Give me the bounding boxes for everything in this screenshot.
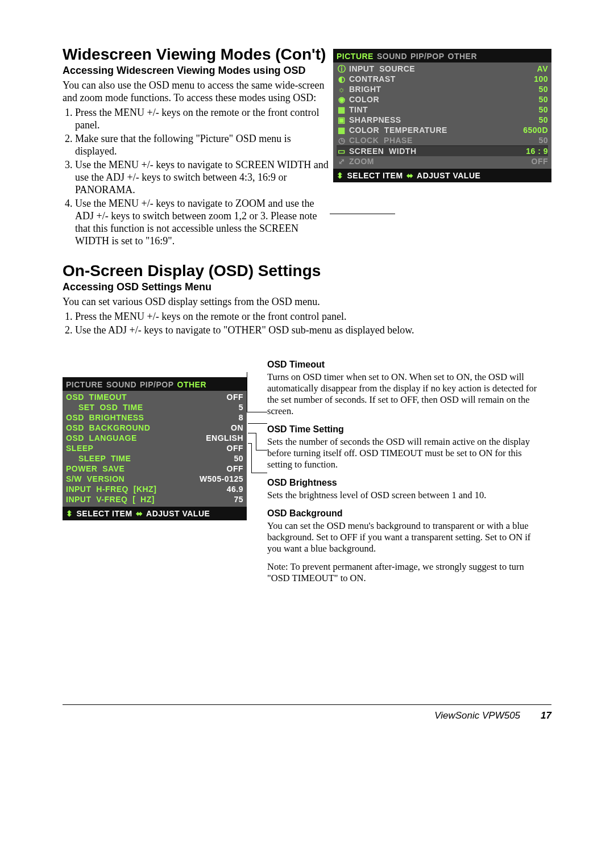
- osd-row-label: OSD LANGUAGE: [66, 433, 196, 443]
- osd-row: SLEEPOFF: [66, 443, 243, 453]
- osd-row-value: W505-0125: [196, 474, 243, 484]
- section2-steps: Press the MENU +/- keys on the remote or…: [63, 310, 551, 336]
- osd-row: ⓘINPUT SOURCEAV: [337, 64, 548, 74]
- osd-row: ▣SHARPNESS50: [337, 115, 548, 125]
- osd-row-value: 50: [500, 105, 548, 115]
- contrast-icon: ◐: [337, 74, 347, 84]
- osd-row: SET OSD TIME5: [66, 402, 243, 412]
- osd-row-value: 5: [196, 402, 243, 412]
- footer-page-number: 17: [541, 710, 551, 721]
- osd-other-panel: PICTURESOUNDPIP/POPOTHER OSD TIMEOUTOFF …: [63, 377, 247, 520]
- osd-row-label: TINT: [349, 105, 500, 115]
- osd-row: SLEEP TIME50: [66, 453, 243, 464]
- zoom-icon: ⤢: [337, 156, 347, 166]
- osd-row-value: 50: [500, 94, 548, 105]
- osd-row-label: INPUT SOURCE: [349, 64, 500, 74]
- osd-row: OSD BACKGROUNDON: [66, 423, 243, 433]
- clock-icon: ◷: [337, 135, 347, 145]
- osd-row-value: 50: [500, 84, 548, 94]
- callout-title: OSD Timeout: [267, 359, 546, 370]
- osd-row-value: 50: [500, 115, 548, 125]
- osd-row-label: SLEEP: [66, 443, 196, 453]
- osd-picture-panel: PICTURESOUNDPIP/POPOTHER ⓘINPUT SOURCEAV…: [333, 49, 551, 182]
- page-footer: ViewSonic VPW505 17: [63, 710, 551, 721]
- sharpness-icon: ▣: [337, 115, 347, 125]
- list-item: Make sure that the following "Picture" O…: [75, 132, 329, 157]
- osd-row: OSD BRIGHTNESS8: [66, 412, 243, 423]
- osd-tab: PIP/POP: [410, 52, 445, 61]
- osd-row: INPUT V-FREQ [ HZ]75: [66, 494, 243, 504]
- section2-intro: You can set various OSD display settings…: [63, 295, 551, 308]
- brightness-icon: ☼: [337, 84, 347, 94]
- left-right-arrows-icon: ⬌: [406, 170, 414, 181]
- osd-row-value: 8: [196, 412, 243, 423]
- leader-line: [248, 433, 256, 433]
- osd2-body: OSD TIMEOUTOFF SET OSD TIME5OSD BRIGHTNE…: [63, 391, 247, 507]
- osd1-select-label: SELECT ITEM: [347, 170, 403, 181]
- osd-row-value: 100: [500, 74, 548, 84]
- osd1-body: ⓘINPUT SOURCEAV◐CONTRAST100☼BRIGHT50◉COL…: [333, 62, 551, 169]
- osd-row-label: S/W VERSION: [66, 474, 196, 484]
- footer-rule: [63, 704, 551, 705]
- tint-icon: ▦: [337, 105, 347, 115]
- osd2-adjust-label: ADJUST VALUE: [146, 508, 210, 519]
- osd-tab: PICTURE: [66, 380, 103, 389]
- osd-row-label: ZOOM: [349, 156, 500, 166]
- pointer-line: [330, 214, 395, 214]
- osd1-adjust-label: ADJUST VALUE: [417, 170, 480, 181]
- osd-row-value: OFF: [196, 392, 243, 402]
- osd-row-label: INPUT H-FREQ [KHZ]: [66, 484, 196, 494]
- footer-model: ViewSonic VPW505: [434, 710, 520, 721]
- osd-row-label: CONTRAST: [349, 74, 500, 84]
- callout-body: Sets the number of seconds the OSD will …: [267, 436, 546, 470]
- osd-row: ☼BRIGHT50: [337, 84, 548, 94]
- callout-title: OSD Background: [267, 508, 546, 519]
- note-text: Note: To prevent permanent after-image, …: [267, 561, 546, 584]
- temperature-icon: ▦: [337, 125, 347, 135]
- osd1-footer: ⬍ SELECT ITEM ⬌ ADJUST VALUE: [333, 169, 551, 182]
- leader-line: [247, 412, 267, 412]
- osd-tab: OTHER: [448, 52, 478, 61]
- up-down-arrows-icon: ⬍: [337, 170, 344, 181]
- osd-row: OSD TIMEOUTOFF: [66, 392, 243, 402]
- osd-row-value: 46.9: [196, 484, 243, 494]
- osd2-footer: ⬍ SELECT ITEM ⬌ ADJUST VALUE: [63, 507, 247, 520]
- callout-body: Turns on OSD timer when set to ON. When …: [267, 372, 546, 417]
- osd-tab: SOUND: [377, 52, 407, 61]
- osd2-select-label: SELECT ITEM: [77, 508, 132, 519]
- osd-row-label: INPUT V-FREQ [ HZ]: [66, 494, 196, 504]
- info-icon: ⓘ: [337, 64, 347, 74]
- left-right-arrows-icon: ⬌: [136, 508, 143, 519]
- osd-row-value: 50: [500, 135, 548, 145]
- section1-subheading: Accessing Widescreen Viewing Modes using…: [63, 65, 329, 77]
- osd-row: S/W VERSIONW505-0125: [66, 474, 243, 484]
- osd-row-label: SCREEN WIDTH: [349, 146, 500, 156]
- callout-title: OSD Time Setting: [267, 424, 546, 435]
- list-item: Use the ADJ +/- keys to navigate to "OTH…: [75, 324, 551, 336]
- osd-tab: SOUND: [106, 380, 136, 389]
- osd-tab: OTHER: [177, 380, 207, 389]
- osd-row: ⤢ZOOMOFF: [337, 156, 548, 166]
- osd-row-label: OSD TIMEOUT: [66, 392, 196, 402]
- osd-row-label: COLOR TEMPERATURE: [349, 125, 500, 135]
- osd-row-label: SLEEP TIME: [66, 453, 196, 464]
- osd-row-value: OFF: [196, 464, 243, 474]
- screen-width-icon: ▭: [337, 146, 347, 156]
- osd-row-value: 16 : 9: [500, 146, 548, 156]
- osd-row-label: CLOCK PHASE: [349, 135, 500, 145]
- osd-row-value: ENGLISH: [196, 433, 243, 443]
- section2-heading: On-Screen Display (OSD) Settings: [63, 262, 551, 280]
- osd-row: INPUT H-FREQ [KHZ]46.9: [66, 484, 243, 494]
- osd-row-label: SHARPNESS: [349, 115, 500, 125]
- color-icon: ◉: [337, 94, 347, 105]
- osd-row-label: OSD BACKGROUND: [66, 423, 196, 433]
- list-item: Press the MENU +/- keys on the remote or…: [75, 106, 329, 131]
- osd-row-value: ON: [196, 423, 243, 433]
- list-item: Use the MENU +/- keys to navigate to SCR…: [75, 158, 329, 196]
- section1-steps: Press the MENU +/- keys on the remote or…: [63, 106, 329, 247]
- leader-line: [256, 433, 256, 450]
- osd-row-value: 6500D: [500, 125, 548, 135]
- osd-row-label: POWER SAVE: [66, 464, 196, 474]
- osd-row-label: SET OSD TIME: [66, 402, 196, 412]
- osd-row-value: AV: [500, 64, 548, 74]
